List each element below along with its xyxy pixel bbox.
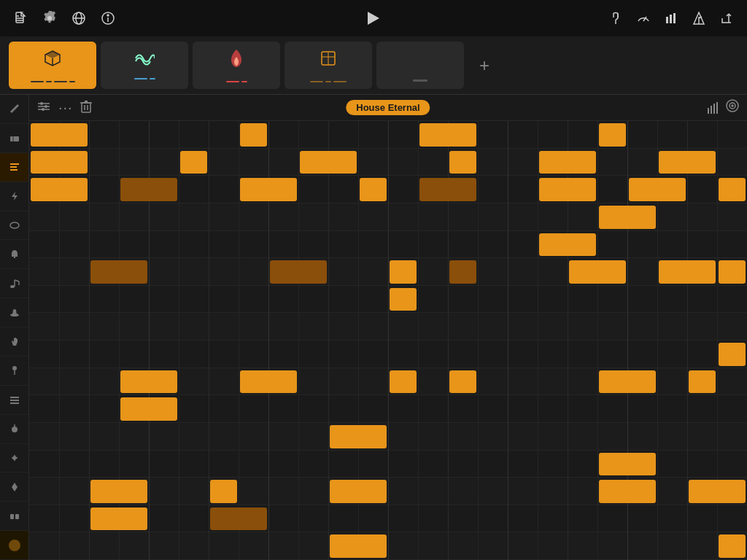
track-tab-3[interactable] [193,42,280,89]
track-tab-2[interactable] [101,42,188,89]
svg-point-39 [12,366,17,370]
sequencer: ··· House Eternal [0,95,747,560]
grid-row[interactable] [29,203,747,231]
grid-area: ··· House Eternal [29,95,747,560]
toolbar-lightning[interactable] [0,182,28,211]
svg-rect-57 [82,103,90,112]
grid-row[interactable] [29,532,747,560]
grid-header: ··· House Eternal [29,95,747,121]
grid-row[interactable] [29,313,747,341]
crescent-icon [411,49,429,71]
svg-point-10 [107,15,109,16]
box-icon [318,48,338,72]
target-icon[interactable] [725,98,740,117]
toolbar-bell[interactable] [0,240,28,269]
tab-5-lines [413,76,427,82]
left-toolbar [0,95,29,560]
trash-icon[interactable] [80,100,92,116]
svg-rect-31 [10,169,18,171]
toolbar-rack[interactable] [0,386,28,415]
svg-rect-29 [10,163,19,165]
play-button-area[interactable] [368,12,379,25]
svg-point-44 [12,427,18,432]
top-bar [0,0,747,36]
track-tabs: + [0,36,747,95]
track-name-badge[interactable]: House Eternal [346,100,430,115]
track-tab-1[interactable] [9,42,96,89]
grid-row[interactable] [29,478,747,505]
svg-rect-30 [10,166,17,168]
document-icon[interactable] [12,9,29,27]
toolbar-note2[interactable] [0,269,28,298]
grid-row[interactable] [29,423,747,451]
toolbar-pin[interactable] [0,357,28,386]
toolbar-orange-ball[interactable] [0,531,28,560]
grid-row[interactable] [29,395,747,423]
svg-point-48 [13,456,16,459]
grid-row[interactable] [29,505,747,533]
toolbar-hat[interactable] [0,298,28,327]
grid-header-right [708,98,740,117]
toolbar-pill[interactable] [0,211,28,241]
grid-header-left: ··· [36,99,92,116]
svg-marker-22 [45,51,60,58]
tab-3-lines [226,77,247,82]
cube-icon [42,48,63,72]
svg-point-34 [10,285,15,288]
track-tab-4[interactable] [285,42,372,89]
toolbar-ball[interactable] [0,415,28,444]
svg-rect-43 [10,402,19,404]
toolbar-eraser[interactable] [0,124,28,153]
tab-4-lines [310,77,347,82]
svg-rect-27 [10,136,19,141]
flame-icon [228,48,244,72]
svg-rect-16 [670,15,672,23]
add-tab-button[interactable]: + [471,52,498,79]
svg-point-32 [10,222,19,228]
svg-rect-17 [673,13,676,23]
speedometer-icon[interactable] [635,9,652,27]
toolbar-hand[interactable] [0,327,28,357]
mixer-icon[interactable] [36,101,51,114]
svg-point-54 [40,102,43,105]
dots-icon[interactable]: ··· [58,99,73,116]
grid-row[interactable] [29,176,747,203]
tab-1-lines [31,77,75,82]
grid-row[interactable] [29,258,747,286]
velocity-icon[interactable] [708,102,718,114]
metronome-icon[interactable] [690,9,708,27]
svg-rect-50 [15,514,19,519]
grid-row[interactable] [29,368,747,396]
beat-grid [29,121,747,560]
grid-row[interactable] [29,231,747,259]
gear-icon[interactable] [41,9,58,27]
bars-chart-icon[interactable] [662,9,680,27]
svg-rect-42 [10,400,19,401]
top-bar-left [12,9,117,27]
top-bar-right [607,9,735,27]
grid-row[interactable] [29,121,747,149]
toolbar-pen[interactable] [0,95,28,124]
track-tab-5[interactable] [376,42,464,89]
grid-row[interactable] [29,149,747,176]
toolbar-note[interactable] [0,153,28,182]
waves-icon [134,51,155,69]
svg-point-56 [42,108,44,111]
svg-rect-41 [10,397,19,398]
share-icon[interactable] [718,9,735,27]
grid-row[interactable] [29,341,747,368]
toolbar-disc[interactable] [0,444,28,473]
tuning-fork-icon[interactable] [607,9,624,27]
svg-point-55 [44,105,47,108]
play-button[interactable] [368,12,379,25]
svg-rect-15 [666,17,668,23]
toolbar-rack2[interactable] [0,502,28,531]
svg-point-64 [732,105,733,106]
info-icon[interactable] [99,9,117,27]
grid-row[interactable] [29,451,747,478]
tab-2-lines [134,74,155,79]
toolbar-pin2[interactable] [0,472,28,502]
svg-line-36 [15,280,19,281]
grid-row[interactable] [29,286,747,314]
globe-icon[interactable] [70,9,88,27]
